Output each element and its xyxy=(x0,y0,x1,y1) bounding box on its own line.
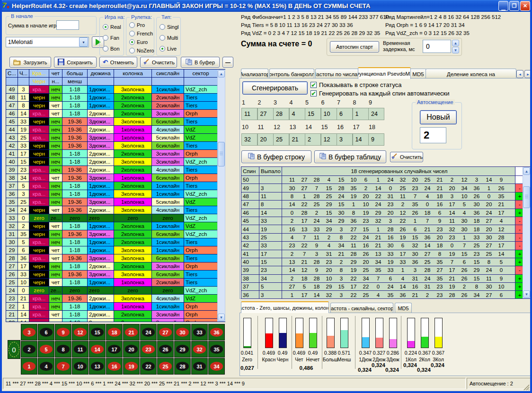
freq-tab-3[interactable]: MD5 xyxy=(395,303,412,313)
table-row[interactable]: 2321кра...неч19-362дюжи...3колонка4сикла… xyxy=(6,295,225,303)
roulette-cell-16[interactable]: 16 xyxy=(106,358,123,375)
collapse-button[interactable]: — xyxy=(222,57,233,68)
tab-5[interactable]: MD5 xyxy=(410,69,426,79)
roulette-cell-32[interactable]: 32 xyxy=(191,341,208,358)
buffer-table-button[interactable]: В буфер таблицу xyxy=(314,150,386,163)
tabs-scroll-right-icon[interactable]: ▸ xyxy=(524,70,532,78)
table-row[interactable]: 493кра...неч1-181дюжи...3колонка1сиклайн… xyxy=(6,86,225,94)
table-row[interactable]: 330zeroze...zerozerozerozeroVdZ_zch xyxy=(6,214,225,222)
roulette-cell-6[interactable]: 6 xyxy=(38,324,54,341)
roulette-cell-11[interactable]: 11 xyxy=(72,341,89,358)
roulette-cell-26[interactable]: 26 xyxy=(157,341,174,358)
combobox-dropdown-icon[interactable]: ▼ xyxy=(79,37,88,47)
roulette-cell-8[interactable]: 8 xyxy=(55,341,71,358)
table-row[interactable]: 2014кра...чет1-182дюжи...2колонка3сиклай… xyxy=(6,319,225,322)
roulette-cell-2[interactable]: 2 xyxy=(21,341,37,358)
roulette-cell-9[interactable]: 9 xyxy=(55,324,71,341)
scroll-up-icon[interactable]: ▲ xyxy=(218,70,225,78)
roulette-cell-27[interactable]: 27 xyxy=(157,324,174,341)
spins-table-scrollbar[interactable]: ▲ ▼ xyxy=(217,70,225,322)
clear-generated-button[interactable]: Очистить xyxy=(390,152,423,162)
table-row[interactable]: 4533черннеч19-363дюжи...3колонка6сиклайн… xyxy=(6,118,225,126)
roulette-zero-cell[interactable]: 0 xyxy=(8,340,20,359)
generated-row[interactable]: 50112728415106124322025212123149 xyxy=(241,176,530,184)
roulette-cell-25[interactable]: 25 xyxy=(157,358,174,375)
radio-option-singl[interactable]: Singl xyxy=(160,24,178,30)
roulette-cell-10[interactable]: 10 xyxy=(72,358,89,375)
tab-4[interactable]: Функционал PsevdoMS xyxy=(358,67,411,79)
autoshift-value-input[interactable]: 2 xyxy=(420,127,446,143)
table-row[interactable]: 4419кра...неч19-362дюжи...1колонка4сикла… xyxy=(6,126,225,134)
generated-row[interactable]: 46140282153081929201226186144362417+ xyxy=(241,209,530,217)
resize-grip[interactable] xyxy=(523,384,529,390)
generated-history-table[interactable]: СпинВыпало18 сгенерированных случайных ч… xyxy=(241,166,531,299)
generated-row[interactable]: 37527518291517220241416312319283010+ xyxy=(241,283,530,291)
autospin-start-button[interactable]: Автоспин старт xyxy=(330,41,379,52)
generated-table-scrollbar[interactable]: ▲ ▼ xyxy=(523,167,531,298)
table-row[interactable]: 4015черннеч1-182дюжи...3колонка3сиклайнV… xyxy=(6,158,225,166)
scrollbar-thumb[interactable] xyxy=(218,142,225,166)
roulette-cell-14[interactable]: 14 xyxy=(89,341,106,358)
maximize-button[interactable]: ❐ xyxy=(509,1,519,11)
table-row[interactable]: 2836кра...чет19-363дюжи...3колонка6сикла… xyxy=(6,254,225,262)
generated-row[interactable]: 4811812825241920223111741831026035+ xyxy=(241,192,530,201)
spin-down-icon[interactable]: ▼ xyxy=(452,47,459,53)
table-row[interactable]: 2717черннеч1-182дюжи...2колонка3сиклайнO… xyxy=(6,262,225,271)
scroll-up-icon[interactable]: ▲ xyxy=(523,167,530,175)
table-row[interactable]: 3923кра...неч19-362дюжи...2колонка4сикла… xyxy=(6,166,225,174)
radio-option-pro[interactable]: Pro xyxy=(129,22,145,28)
roulette-cell-33[interactable]: 33 xyxy=(191,324,208,341)
generated-row[interactable]: 47814222529151102423235016175302021- xyxy=(241,201,530,209)
roulette-cell-3[interactable]: 3 xyxy=(21,324,37,341)
load-button[interactable]: Загрузить xyxy=(9,57,51,68)
roulette-cell-15[interactable]: 15 xyxy=(89,324,106,341)
show-in-status-checkbox[interactable]: ✔ Показывать в строке статуса xyxy=(310,81,402,88)
table-row[interactable]: 375кра...неч1-181дюжи...2колонка1сиклайн… xyxy=(6,182,225,190)
roulette-cell-23[interactable]: 23 xyxy=(140,341,157,358)
generated-row[interactable]: 49330277152835214025232421203436126- xyxy=(241,184,530,192)
roulette-cell-30[interactable]: 30 xyxy=(174,324,191,341)
radio-option-live[interactable]: Live xyxy=(160,46,177,52)
roulette-cell-18[interactable]: 18 xyxy=(106,324,123,341)
table-row[interactable]: 2633черннеч19-363дюжи...3колонка6сиклайн… xyxy=(6,271,225,279)
radio-option-nozero[interactable]: NoZero xyxy=(129,48,154,53)
table-row[interactable]: 4233черннеч19-363дюжи...3колонка6сиклайн… xyxy=(6,142,225,150)
generated-row[interactable]: 42332322943411162130632141807252717- xyxy=(241,242,530,250)
table-row[interactable]: 4614кра...чет1-182дюжи...2колонка3сиклай… xyxy=(6,110,225,118)
roulette-cell-4[interactable]: 4 xyxy=(38,358,54,375)
to-buffer-button[interactable]: В буфер xyxy=(181,57,220,68)
table-row[interactable]: 4811черннеч1-181дюжи...2колонка2сиклайнT… xyxy=(6,94,225,102)
roulette-cell-17[interactable]: 17 xyxy=(106,341,123,358)
radio-option-euro[interactable]: Euro xyxy=(129,39,148,45)
table-row[interactable]: 3135черннеч19-363дюжи...2колонка6сиклайн… xyxy=(6,230,225,238)
roulette-board[interactable]: 0 36912151821242730333625811141720232629… xyxy=(6,323,225,376)
preset-combobox[interactable]: 1Melonati ▼ xyxy=(6,37,89,47)
generated-row[interactable]: 4533217243429362332322179113018274- xyxy=(241,217,530,225)
tab-1[interactable]: Анализатор xyxy=(241,69,268,79)
spin-up-icon[interactable]: ▲ xyxy=(452,40,459,46)
radio-option-real[interactable]: Real xyxy=(103,24,121,30)
generated-row[interactable]: 40151321282322920341933362535761585+ xyxy=(241,258,530,266)
roulette-cell-34[interactable]: 34 xyxy=(208,358,225,375)
table-row[interactable]: 305кра...неч1-181дюжи...2колонка1сиклайн… xyxy=(6,238,225,246)
spins-history-table[interactable]: С...Ч...Кра...четбольшдюжинаколонкасиксл… xyxy=(6,69,225,322)
scroll-down-icon[interactable]: ▼ xyxy=(523,290,530,298)
close-button[interactable]: ✕ xyxy=(520,1,530,11)
roulette-cell-29[interactable]: 29 xyxy=(174,341,191,358)
table-row[interactable]: 2114кра...чет1-182дюжи...2колонка3сиклай… xyxy=(6,311,225,319)
freq-tab-1[interactable]: Частота - Zero, шансы, дюжины, колонки xyxy=(241,301,329,313)
undo-button[interactable]: ↶ Отменить xyxy=(99,57,137,68)
radio-option-bon[interactable]: Bon xyxy=(103,46,120,52)
generated-row[interactable]: 411727331212826133317302781915232514+ xyxy=(241,250,530,258)
generated-row[interactable]: 43254711282224211619153620231333028- xyxy=(241,234,530,242)
roulette-cell-5[interactable]: 5 xyxy=(38,341,54,358)
roulette-cell-36[interactable]: 36 xyxy=(208,324,225,341)
delay-spinner[interactable]: ▲ ▼ xyxy=(452,40,459,53)
generate-each-spin-checkbox[interactable]: ✔ Генерировать на каждый спин автоматиче… xyxy=(310,90,450,97)
roulette-cell-20[interactable]: 20 xyxy=(123,341,140,358)
roulette-cell-7[interactable]: 7 xyxy=(55,358,71,375)
roulette-cell-12[interactable]: 12 xyxy=(72,324,89,341)
table-row[interactable]: 4325кра...неч19-363дюжи...1колонка5сикла… xyxy=(6,134,225,142)
clear-button[interactable]: Очистить xyxy=(140,57,177,68)
table-row[interactable]: 3424чернчет19-362дюжи...3колонка4сиклайн… xyxy=(6,206,225,214)
